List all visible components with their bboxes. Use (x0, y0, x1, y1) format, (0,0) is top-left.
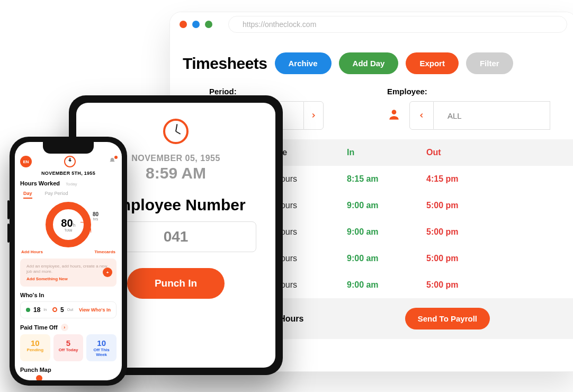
traffic-minimize-icon[interactable] (192, 21, 200, 28)
tablet-time: 8:59 AM (146, 164, 206, 182)
add-card-hint: Add an employee, add hours, create a new… (26, 264, 110, 275)
tab-pay-period[interactable]: Pay Period (45, 191, 68, 199)
traffic-zoom-icon[interactable] (205, 21, 212, 28)
gauge-sub: Total (65, 228, 73, 232)
pto-card-off-week[interactable]: 10 Off This Week (86, 334, 117, 361)
export-button[interactable]: Export (406, 52, 459, 74)
cell-in: 9:00 am (347, 201, 426, 210)
pto-label: Paid Time Off (20, 324, 58, 331)
status-out-ring-icon (52, 307, 57, 312)
hours-tabs: Day Pay Period (20, 191, 117, 199)
gauge-connector-line (80, 222, 91, 233)
archive-button[interactable]: Archive (275, 52, 332, 74)
in-label: In (43, 308, 47, 311)
gauge-side-sub: hrs (93, 217, 99, 221)
add-something-card[interactable]: Add an employee, add hours, create a new… (20, 259, 117, 287)
hours-worked-title: Hours Worked Today (20, 180, 117, 186)
in-count: 18 (33, 306, 40, 314)
filter-button[interactable]: Filter (466, 52, 513, 74)
cell-in: 9:00 am (347, 254, 426, 263)
page-title: Timesheets (183, 55, 267, 73)
punch-map-title: Punch Map (20, 367, 117, 373)
notifications-icon[interactable] (108, 157, 117, 167)
cell-out: 5:00 pm (426, 280, 490, 290)
cell-out: 5:00 pm (426, 227, 490, 237)
cell-in: 9:00 am (347, 280, 426, 290)
cell-out: 5:00 pm (426, 254, 490, 263)
chevron-right-icon (310, 112, 317, 119)
hours-gauge: 80h Total 80 hrs (20, 202, 117, 247)
tablet-date: NOVEMBER 05, 1955 (131, 154, 220, 163)
gauge-ring: 80h Total 80 hrs (46, 202, 91, 247)
whos-in-out-group: 5 Out (52, 306, 73, 314)
cell-out: 5:00 pm (426, 201, 490, 210)
employee-filter: Employee: ALL (387, 87, 550, 130)
timecards-link[interactable]: Timecards (94, 250, 115, 254)
pto-pending-value: 10 (22, 338, 48, 348)
add-card-cta: Add Something New (26, 277, 110, 281)
pto-off-week-value: 10 (88, 338, 114, 348)
phone-top-bar: EN (20, 156, 117, 167)
punch-in-button[interactable]: Punch In (127, 268, 225, 299)
map-pin-icon (35, 373, 44, 380)
plus-icon[interactable]: + (103, 268, 112, 277)
gauge-side-label: 80 hrs (93, 211, 99, 221)
pto-off-today-value: 5 (56, 338, 82, 348)
employee-prev-button[interactable] (409, 101, 434, 130)
svg-point-0 (392, 110, 397, 114)
pto-card-pending[interactable]: 10 Pending (20, 334, 50, 361)
chevron-left-icon (418, 112, 425, 119)
phone-date: NOVEMBER 5TH, 1955 (20, 171, 117, 176)
hours-worked-today: Today (66, 182, 77, 186)
url-bar[interactable]: https://ontheclock.com (228, 16, 567, 33)
url-text: https://ontheclock.com (243, 20, 316, 29)
cell-in: 9:00 am (347, 227, 426, 237)
cell-in: 8:15 am (347, 174, 426, 184)
person-icon (387, 108, 401, 123)
view-whos-in-link[interactable]: View Who's In (79, 307, 111, 313)
pto-title: Paid Time Off › (20, 324, 117, 331)
punch-map-preview[interactable] (20, 375, 117, 380)
language-badge[interactable]: EN (20, 156, 32, 167)
pto-pending-label: Pending (22, 348, 48, 352)
pto-cards: 10 Pending 5 Off Today 10 Off This Week (20, 334, 117, 361)
employee-label: Employee: (387, 87, 550, 96)
period-label: Period: (209, 87, 324, 96)
employee-value: ALL (434, 101, 550, 130)
col-in: In (347, 148, 426, 157)
pto-off-today-label: Off Today (56, 348, 82, 352)
col-out: Out (426, 148, 490, 157)
send-to-payroll-button[interactable]: Send To Payroll (405, 308, 490, 329)
pto-card-off-today[interactable]: 5 Off Today (53, 334, 84, 361)
gauge-links: Add Hours Timecards (20, 250, 117, 254)
hours-worked-label: Hours Worked (20, 180, 60, 186)
employee-picker[interactable]: ALL (409, 101, 550, 130)
tab-day[interactable]: Day (23, 191, 32, 199)
traffic-close-icon[interactable] (180, 21, 187, 28)
whos-in-title: Who's In (20, 292, 117, 298)
chevron-right-icon[interactable]: › (61, 324, 68, 331)
add-day-button[interactable]: Add Day (339, 52, 399, 74)
phone-screen: EN NOVEMBER 5TH, 1955 Hours Worked Today… (15, 142, 122, 380)
gauge-value: 80 (61, 217, 73, 229)
whos-in-row[interactable]: 18 In 5 Out View Who's In (20, 301, 117, 318)
gauge-unit: h (73, 222, 76, 228)
phone-notch (43, 142, 94, 154)
traffic-lights (180, 21, 212, 28)
period-next-button[interactable] (303, 101, 324, 130)
out-label: Out (67, 308, 73, 311)
cell-out: 4:15 pm (426, 174, 490, 184)
clock-icon (64, 156, 76, 167)
phone-device: EN NOVEMBER 5TH, 1955 Hours Worked Today… (10, 137, 127, 386)
clock-icon (163, 119, 189, 144)
gauge-side-value: 80 (93, 211, 99, 217)
pto-off-week-label: Off This Week (88, 348, 114, 357)
browser-chrome: https://ontheclock.com (170, 12, 573, 37)
status-in-dot-icon (26, 308, 30, 312)
out-count: 5 (60, 306, 64, 314)
whos-in-in-group: 18 In (26, 306, 47, 314)
timesheets-header: Timesheets Archive Add Day Export Filter (183, 47, 573, 87)
add-hours-link[interactable]: Add Hours (21, 250, 43, 254)
